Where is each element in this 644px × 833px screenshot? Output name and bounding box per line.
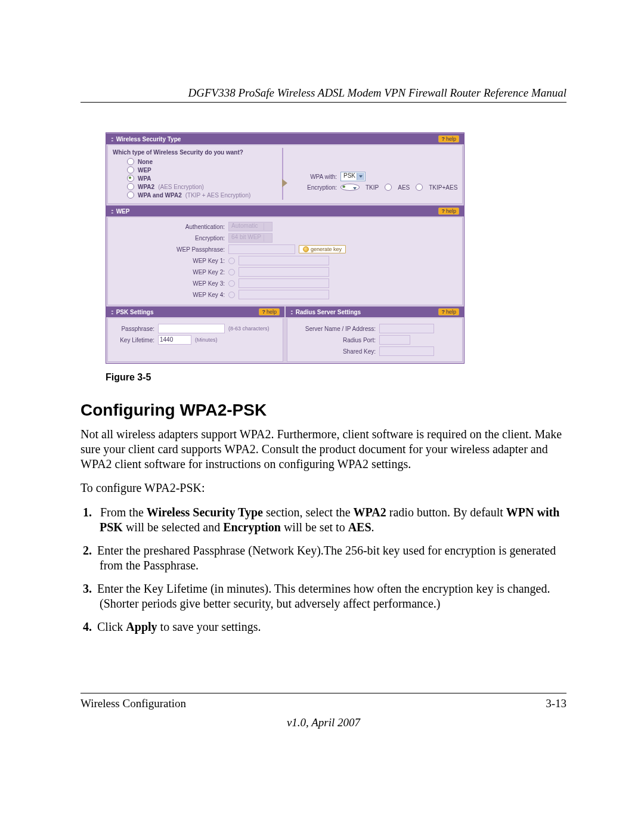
psk-pass-unit: (8-63 characters) — [228, 326, 270, 332]
lead-in-paragraph: To configure WPA2-PSK: — [80, 481, 566, 496]
wep-key3-label: WEP Key 3: — [112, 280, 225, 287]
radius-key-label: Shared Key: — [292, 348, 376, 355]
radio-icon — [127, 158, 134, 165]
opt-label: WPA2 — [138, 184, 154, 190]
panel-psk: PSK Settings help Passphrase: (8-63 char… — [106, 306, 284, 363]
wep-key3-radio — [228, 280, 235, 287]
opt-label: WPA — [138, 175, 151, 182]
opt-hint: (TKIP + AES Encryption) — [185, 192, 251, 199]
wep-key1-input — [239, 256, 329, 265]
psk-life-label: Key Lifetime: — [113, 337, 154, 343]
step-3: 3.Enter the Key Lifetime (in minutes). T… — [97, 581, 566, 611]
radio-icon — [127, 191, 134, 199]
enc-aes-radio[interactable] — [385, 184, 392, 191]
enc-tkip-label: TKIP — [366, 184, 379, 191]
encryption-label: Encryption: — [294, 184, 337, 191]
radius-key-input — [379, 346, 434, 356]
wpa-with-select[interactable]: PSK — [340, 172, 366, 181]
wep-key4-radio — [228, 292, 235, 298]
enc-tkip-radio[interactable] — [340, 184, 360, 191]
footer-section-name: Wireless Configuration — [80, 697, 186, 710]
figure-screenshot: Wireless Security Type help Which type o… — [106, 132, 566, 364]
intro-paragraph: Not all wireless adapters support WPA2. … — [80, 427, 566, 471]
wep-key1-label: WEP Key 1: — [112, 258, 225, 264]
opt-label: WEP — [138, 167, 151, 174]
radio-icon — [127, 183, 134, 190]
header-rule — [80, 102, 566, 103]
wep-key2-radio — [228, 269, 235, 275]
footer-rule — [80, 693, 566, 693]
panel-radius: Radius Server Settings help Server Name … — [286, 306, 464, 363]
help-button[interactable]: help — [438, 308, 459, 315]
section-heading: Configuring WPA2-PSK — [80, 401, 566, 420]
wep-key3-input — [239, 278, 329, 288]
wep-auth-select: Automatic — [228, 222, 273, 231]
footer-page-number: 3-13 — [546, 697, 566, 710]
opt-label: None — [138, 159, 153, 165]
radius-port-input — [379, 335, 410, 345]
panel-title: WEP — [111, 208, 129, 215]
opt-none[interactable]: None — [127, 158, 276, 165]
enc-both-radio[interactable] — [416, 184, 423, 191]
wep-key2-input — [239, 267, 329, 277]
step-2: 2.Enter the preshared Passphrase (Networ… — [97, 543, 566, 573]
wep-auth-label: Authentication: — [112, 224, 225, 230]
panel-title: Radius Server Settings — [290, 309, 361, 315]
wep-key4-label: WEP Key 4: — [112, 292, 225, 298]
running-header: DGFV338 ProSafe Wireless ADSL Modem VPN … — [80, 86, 566, 100]
radius-server-input — [379, 324, 434, 333]
step-4: 4.Click Apply to save your settings. — [97, 620, 566, 634]
psk-life-unit: (Minutes) — [195, 337, 218, 343]
opt-wpa[interactable]: WPA — [127, 175, 276, 182]
wep-key4-input — [239, 290, 329, 299]
arrow-icon — [282, 179, 287, 187]
wpa-with-label: WPA with: — [294, 174, 337, 180]
radius-port-label: Radius Port: — [292, 337, 376, 343]
security-question: Which type of Wireless Security do you w… — [113, 149, 276, 156]
wep-enc-select: 64 bit WEP — [228, 233, 273, 243]
panel-wep: WEP help Authentication:Automatic Encryp… — [106, 205, 464, 305]
radius-server-label: Server Name / IP Address: — [292, 326, 376, 332]
help-button[interactable]: help — [259, 308, 280, 315]
radio-icon — [127, 166, 134, 174]
wep-key1-radio — [228, 258, 235, 264]
figure-caption: Figure 3-5 — [106, 372, 566, 383]
help-button[interactable]: help — [438, 135, 459, 143]
psk-pass-label: Passphrase: — [113, 326, 154, 332]
help-button[interactable]: help — [438, 208, 459, 215]
opt-label: WPA and WPA2 — [138, 192, 182, 199]
footer-version: v1.0, April 2007 — [80, 716, 566, 729]
radio-icon — [127, 175, 134, 182]
opt-wep[interactable]: WEP — [127, 166, 276, 174]
wep-enc-label: Encryption: — [112, 235, 225, 241]
wep-pass-input — [228, 244, 295, 254]
wep-pass-label: WEP Passphrase: — [112, 246, 225, 253]
opt-hint: (AES Encryption) — [158, 184, 204, 190]
opt-wpa2[interactable]: WPA2 (AES Encryption) — [127, 183, 276, 190]
steps-list: 1. From the Wireless Security Type secti… — [80, 505, 566, 634]
enc-both-label: TKIP+AES — [429, 184, 457, 191]
generate-key-button[interactable]: generate key — [299, 245, 346, 253]
opt-wpa-and-wpa2[interactable]: WPA and WPA2 (TKIP + AES Encryption) — [127, 191, 276, 199]
panel-title: Wireless Security Type — [111, 136, 181, 143]
psk-pass-input[interactable] — [158, 324, 225, 333]
step-1: 1. From the Wireless Security Type secti… — [97, 505, 566, 535]
psk-life-input[interactable]: 1440 — [158, 335, 191, 345]
enc-aes-label: AES — [398, 184, 410, 191]
wep-key2-label: WEP Key 2: — [112, 269, 225, 275]
panel-title: PSK Settings — [111, 309, 153, 315]
panel-security-type: Wireless Security Type help Which type o… — [106, 133, 464, 204]
